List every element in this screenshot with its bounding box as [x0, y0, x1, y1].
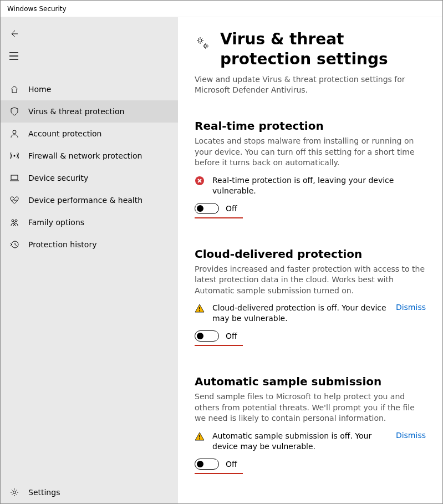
antenna-icon [9, 151, 19, 161]
sidebar-item-label: Settings [28, 488, 60, 497]
sidebar-item-performance[interactable]: Device performance & health [1, 189, 178, 211]
svg-point-12 [199, 438, 200, 439]
toggle-state: Off [226, 460, 237, 469]
alert-message: Cloud-delivered protection is off. Your … [212, 303, 389, 324]
svg-point-0 [13, 130, 16, 134]
menu-button[interactable] [3, 45, 25, 67]
warning-icon [195, 303, 206, 314]
alert-message: Real-time protection is off, leaving you… [212, 175, 426, 196]
section-description: Provides increased and faster protection… [195, 264, 426, 297]
person-icon [9, 129, 19, 139]
sidebar-item-firewall[interactable]: Firewall & network protection [1, 145, 178, 167]
history-icon [9, 240, 19, 250]
window-title: Windows Security [7, 5, 67, 13]
section-cloud: Cloud-delivered protection Provides incr… [195, 247, 426, 347]
cloud-toggle[interactable] [195, 330, 219, 342]
sidebar-item-label: Device security [28, 174, 88, 182]
sidebar-item-settings[interactable]: Settings [1, 481, 178, 503]
sidebar-item-device-security[interactable]: Device security [1, 167, 178, 189]
sidebar-item-label: Firewall & network protection [28, 151, 142, 160]
sample-toggle[interactable] [195, 459, 219, 470]
svg-point-4 [15, 220, 17, 222]
section-title: Cloud-delivered protection [195, 247, 426, 261]
dismiss-link[interactable]: Dismiss [396, 431, 426, 440]
sidebar-item-virus-threat[interactable]: Virus & threat protection [1, 100, 178, 123]
shield-icon [9, 106, 19, 116]
page-description: View and update Virus & threat protectio… [195, 74, 426, 96]
sidebar-item-label: Protection history [28, 240, 96, 249]
sidebar-item-home[interactable]: Home [1, 78, 178, 100]
error-icon [195, 176, 206, 187]
section-title: Real-time protection [195, 119, 426, 133]
sidebar-item-account[interactable]: Account protection [1, 123, 178, 145]
realtime-toggle[interactable] [195, 203, 219, 214]
main-content: Virus & threat protection settings View … [178, 17, 442, 503]
section-realtime: Real-time protection Locates and stops m… [195, 119, 426, 218]
warning-icon [195, 431, 206, 442]
toggle-state: Off [226, 332, 237, 340]
sidebar-item-label: Family options [28, 218, 84, 227]
home-icon [9, 84, 19, 94]
section-description: Send sample files to Microsoft to help p… [195, 391, 426, 424]
alert-message: Automatic sample submission is off. Your… [212, 431, 389, 452]
svg-point-7 [13, 491, 16, 494]
window-titlebar: Windows Security [1, 1, 442, 17]
back-button[interactable] [3, 23, 25, 45]
heart-pulse-icon [9, 195, 19, 205]
gear-icon [9, 487, 19, 497]
svg-point-3 [12, 220, 14, 222]
sidebar-item-label: Account protection [28, 129, 102, 138]
device-icon [9, 173, 19, 183]
family-icon [9, 217, 19, 227]
svg-point-9 [205, 45, 207, 48]
section-sample: Automatic sample submission Send sample … [195, 375, 426, 474]
svg-point-1 [14, 155, 16, 157]
svg-point-5 [14, 223, 16, 225]
page-title: Virus & threat protection settings [220, 29, 426, 70]
sidebar-item-history[interactable]: Protection history [1, 233, 178, 256]
dismiss-link[interactable]: Dismiss [396, 303, 426, 312]
svg-point-11 [199, 310, 200, 312]
sidebar-item-label: Home [28, 85, 51, 94]
section-title: Automatic sample submission [195, 375, 426, 388]
sidebar-item-label: Virus & threat protection [28, 107, 124, 116]
sidebar: Home Virus & threat protection Account p… [1, 17, 178, 503]
arrow-left-icon [9, 29, 18, 38]
svg-rect-2 [11, 175, 18, 180]
svg-point-8 [198, 39, 202, 42]
section-description: Locates and stops malware from installin… [195, 136, 426, 169]
gears-icon [195, 35, 210, 50]
sidebar-item-family[interactable]: Family options [1, 211, 178, 233]
hamburger-icon [9, 52, 18, 60]
toggle-state: Off [226, 204, 237, 213]
sidebar-item-label: Device performance & health [28, 196, 142, 205]
